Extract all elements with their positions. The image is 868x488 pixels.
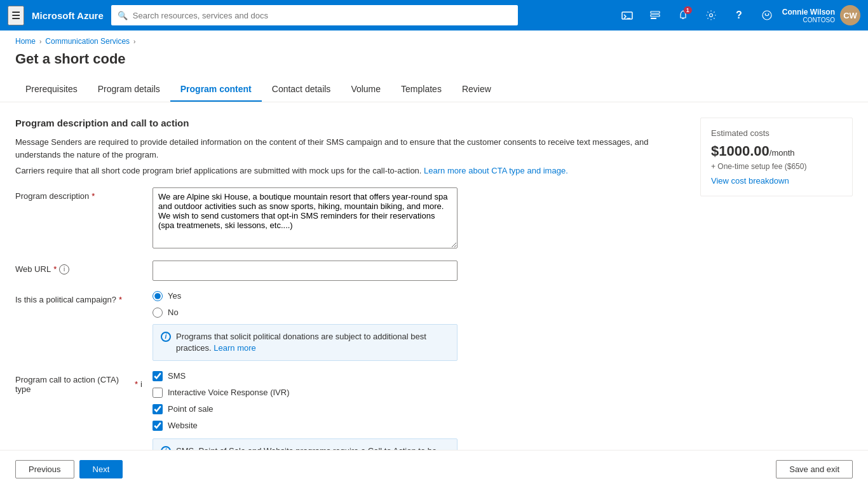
save-exit-button[interactable]: Save and exit <box>776 460 853 478</box>
cta-pos-option[interactable]: Point of sale <box>153 404 458 414</box>
web-url-row: Web URL* i http://www.alpineskihouse.com… <box>15 261 685 281</box>
required-marker-2: * <box>53 264 57 274</box>
web-url-info-icon: i <box>59 264 69 274</box>
description-text-2: Carriers require that all short code pro… <box>15 165 685 177</box>
cta-type-label: Program call to action (CTA) type * i <box>15 371 142 394</box>
breadcrumb: Home › Communication Services › <box>0 30 868 48</box>
political-info-box: i Programs that solicit political donati… <box>153 324 458 361</box>
notifications-button[interactable]: 1 <box>670 3 696 28</box>
cloud-shell-button[interactable] <box>614 3 640 28</box>
section-title: Program description and call to action <box>15 118 685 128</box>
political-learn-more-link[interactable]: Learn more <box>214 343 255 353</box>
political-no-radio[interactable] <box>153 308 163 318</box>
required-marker-4: * <box>135 379 138 389</box>
search-bar: 🔍 <box>111 5 518 25</box>
avatar: CW <box>840 5 860 25</box>
description-text-1: Message Senders are required to provide … <box>15 136 685 161</box>
svg-point-5 <box>709 14 712 17</box>
directory-button[interactable] <box>642 3 668 28</box>
required-marker: * <box>92 191 95 201</box>
political-campaign-row: Is this a political campaign?* Yes No i <box>15 291 685 361</box>
cta-website-checkbox[interactable] <box>153 421 163 431</box>
tab-volume[interactable]: Volume <box>341 78 391 102</box>
cost-breakdown-link[interactable]: View cost breakdown <box>711 176 842 186</box>
breadcrumb-service[interactable]: Communication Services <box>45 37 130 46</box>
tab-contact-details[interactable]: Contact details <box>262 78 341 102</box>
cta-sms-option[interactable]: SMS <box>153 371 458 381</box>
settings-button[interactable] <box>698 3 724 28</box>
cta-sms-checkbox[interactable] <box>153 371 163 381</box>
political-radio-group: Yes No <box>153 291 458 318</box>
user-org: CONTOSO <box>782 17 835 24</box>
breadcrumb-home[interactable]: Home <box>15 37 36 46</box>
program-description-row: Program description* We are Alpine ski H… <box>15 187 685 250</box>
cost-setup-fee: + One-time setup fee ($650) <box>711 162 842 171</box>
search-icon: 🔍 <box>118 11 128 20</box>
cost-amount-line: $1000.00/month <box>711 143 842 159</box>
political-no-option[interactable]: No <box>153 308 458 318</box>
action-bar: Previous Next Save and exit <box>0 450 868 488</box>
breadcrumb-sep-2: › <box>133 38 135 45</box>
cta-website-option[interactable]: Website <box>153 421 458 431</box>
cta-ivr-checkbox[interactable] <box>153 388 163 398</box>
svg-point-7 <box>764 13 766 15</box>
svg-rect-4 <box>651 18 656 19</box>
cta-learn-more-link[interactable]: Learn more about CTA type and image. <box>424 166 568 175</box>
user-menu[interactable]: Connie Wilson CONTOSO CW <box>782 5 860 25</box>
tab-prerequisites[interactable]: Prerequisites <box>15 78 88 102</box>
topnav-icons: 1 ? Connie Wilson CONTOSO CW <box>614 3 860 28</box>
svg-rect-3 <box>651 15 660 17</box>
notification-badge: 1 <box>684 6 692 14</box>
web-url-input-container: http://www.alpineskihouse.com/reminders/ <box>153 261 458 281</box>
political-yes-radio[interactable] <box>153 291 163 301</box>
topnav: ☰ Microsoft Azure 🔍 1 ? Connie Wilson CO… <box>0 0 868 30</box>
previous-button[interactable]: Previous <box>15 460 74 478</box>
search-input[interactable] <box>133 11 512 20</box>
svg-point-6 <box>763 11 771 20</box>
web-url-label: Web URL* i <box>15 261 142 274</box>
program-description-label: Program description* <box>15 187 142 201</box>
web-url-input[interactable]: http://www.alpineskihouse.com/reminders/ <box>153 261 458 281</box>
tab-program-details[interactable]: Program details <box>88 78 170 102</box>
political-yes-option[interactable]: Yes <box>153 291 458 301</box>
political-campaign-options: Yes No i Programs that solicit political… <box>153 291 458 361</box>
tab-templates[interactable]: Templates <box>391 78 452 102</box>
help-button[interactable]: ? <box>726 3 752 28</box>
cta-type-info-icon: i <box>140 379 142 389</box>
main-content: Program description and call to action M… <box>0 102 868 488</box>
cost-card-title: Estimated costs <box>711 128 842 138</box>
tab-program-content[interactable]: Program content <box>170 78 262 102</box>
svg-point-8 <box>768 13 769 15</box>
user-name: Connie Wilson <box>782 8 835 17</box>
political-info-icon: i <box>161 332 171 342</box>
tab-bar: Prerequisites Program details Program co… <box>0 78 868 102</box>
form-area: Program description and call to action M… <box>15 118 685 485</box>
hamburger-menu-button[interactable]: ☰ <box>8 6 24 25</box>
tab-review[interactable]: Review <box>452 78 501 102</box>
required-marker-3: * <box>119 295 122 304</box>
program-description-input-container: We are Alpine ski House, a boutique moun… <box>153 187 458 250</box>
cta-ivr-option[interactable]: Interactive Voice Response (IVR) <box>153 388 458 398</box>
breadcrumb-sep-1: › <box>39 38 41 45</box>
program-description-textarea[interactable]: We are Alpine ski House, a boutique moun… <box>153 187 458 248</box>
feedback-button[interactable] <box>754 3 780 28</box>
estimated-costs-card: Estimated costs $1000.00/month + One-tim… <box>700 118 853 196</box>
svg-rect-2 <box>651 11 660 13</box>
cta-checkbox-group: SMS Interactive Voice Response (IVR) Poi… <box>153 371 458 431</box>
political-campaign-label: Is this a political campaign?* <box>15 291 142 304</box>
page-title: Get a short code <box>0 48 868 78</box>
cost-amount: $1000.00 <box>711 143 770 159</box>
cost-period: /month <box>770 148 795 158</box>
next-button[interactable]: Next <box>79 460 123 478</box>
brand-logo: Microsoft Azure <box>32 10 104 21</box>
cta-pos-checkbox[interactable] <box>153 404 163 414</box>
